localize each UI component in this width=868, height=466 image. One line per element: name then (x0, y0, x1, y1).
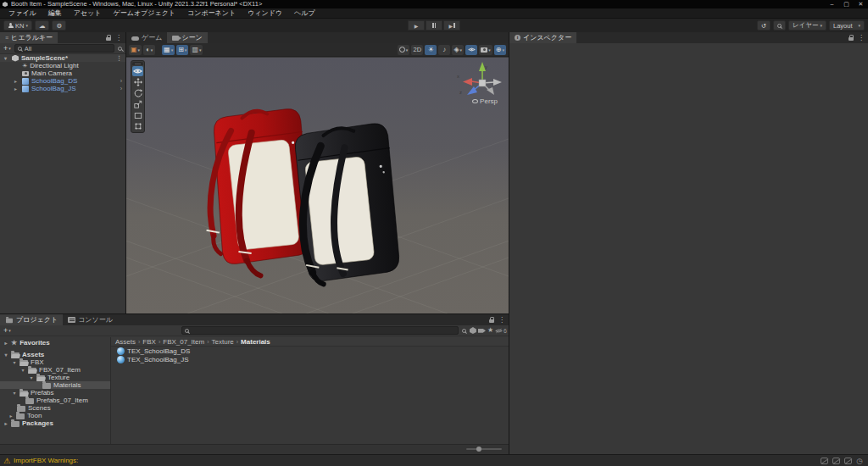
console-info-icon[interactable] (821, 458, 828, 464)
breadcrumb-fbx-07-item[interactable]: FBX_07_Item (163, 338, 204, 346)
hierarchy-item-main-camera[interactable]: Main Camera (0, 69, 125, 77)
tab-inspector[interactable]: i インスペクター (509, 32, 576, 43)
global-search-button[interactable] (773, 20, 786, 31)
console-warning-icon[interactable] (832, 458, 840, 464)
step-button[interactable]: ▶ (443, 20, 460, 31)
orientation-gizmo[interactable]: y x z (457, 62, 502, 95)
console-error-icon[interactable] (844, 458, 852, 464)
hierarchy-item-schoolbag-ds[interactable]: ▸ SchoolBag_DS › (0, 77, 125, 85)
layers-dropdown[interactable]: レイヤー ▾ (788, 20, 826, 31)
settings-button[interactable]: ⚙ (52, 20, 66, 31)
menu-help[interactable]: ヘルプ (288, 8, 321, 19)
tree-item-scenes[interactable]: Scenes (0, 404, 110, 412)
rotate-tool-button[interactable] (132, 88, 143, 98)
prefab-open-chevron[interactable]: › (120, 86, 125, 92)
view-tool-button[interactable] (132, 66, 143, 76)
close-button[interactable]: ✕ (854, 0, 868, 8)
create-asset-button[interactable]: +▾ (2, 326, 13, 335)
maximize-button[interactable]: ▢ (839, 0, 854, 8)
menu-component[interactable]: コンポーネント (181, 8, 242, 19)
snap-settings-toggle[interactable]: ⊞▾ (176, 45, 188, 55)
tab-hierarchy[interactable]: ≡ ヒエラルキー (0, 32, 58, 43)
scene-header-row[interactable]: ▾ SampleScene* ⋮ (0, 54, 125, 62)
tree-item-prefabs[interactable]: ▾Prefabs (0, 389, 110, 397)
lighting-toggle[interactable]: ☀ (425, 45, 437, 55)
breadcrumb-texture[interactable]: Texture (212, 338, 234, 346)
grid-visibility-toggle[interactable]: ▦▾ (162, 45, 175, 55)
tab-project[interactable]: プロジェクト (0, 314, 63, 325)
cloud-services-button[interactable]: ☁ (35, 20, 50, 31)
thumbnail-zoom-slider[interactable] (466, 448, 502, 450)
audio-toggle[interactable]: ♪ (438, 45, 450, 55)
tree-item-fbx-07-item[interactable]: ▾FBX_07_Item (0, 366, 110, 374)
schoolbag-js-black[interactable] (294, 123, 401, 286)
scene-camera-dropdown[interactable]: ▾ (479, 45, 492, 55)
expander-icon[interactable]: ▸ (14, 86, 17, 92)
tool-settings-dropdown[interactable]: ▥▾ (190, 45, 203, 55)
scene-visibility-toggle[interactable] (465, 45, 477, 55)
breadcrumb-materials[interactable]: Materials (241, 338, 270, 346)
kebab-menu-icon[interactable]: ⋮ (858, 35, 865, 42)
open-in-search-icon[interactable] (462, 329, 466, 333)
overlay-grip[interactable] (132, 62, 143, 65)
scene-viewport[interactable]: y x z (126, 58, 509, 313)
project-search-input[interactable] (192, 327, 455, 335)
2d-toggle[interactable]: 2D (411, 45, 423, 55)
pause-button[interactable] (426, 20, 442, 31)
transform-tool-button[interactable] (132, 121, 143, 131)
hidden-packages-toggle[interactable]: 6 (495, 328, 507, 334)
expander-icon[interactable]: ▸ (14, 78, 17, 84)
tree-item-assets[interactable]: ▾Assets (0, 351, 110, 358)
tab-console[interactable]: コンソール (63, 314, 118, 325)
search-filter-icon[interactable] (118, 47, 122, 51)
hierarchy-search-input[interactable] (25, 45, 111, 53)
status-message[interactable]: ImportFBX Warnings: (14, 457, 78, 464)
menu-file[interactable]: ファイル (3, 8, 42, 19)
package-icon[interactable] (470, 327, 476, 334)
scene-kebab-icon[interactable]: ⋮ (116, 55, 125, 62)
shading-dropdown[interactable]: ◐▾ (143, 45, 155, 55)
expander-icon[interactable]: ▾ (4, 55, 7, 61)
tree-item-fbx[interactable]: ▾FBX (0, 358, 110, 366)
scale-tool-button[interactable] (132, 99, 143, 109)
draw-mode-dropdown[interactable]: ▣▾ (129, 45, 142, 55)
projection-indicator[interactable]: Persp (472, 97, 498, 105)
gizmos-dropdown[interactable]: ⊕▾ (494, 45, 506, 55)
slider-knob[interactable] (476, 447, 481, 452)
kebab-menu-icon[interactable]: ⋮ (115, 35, 122, 42)
lock-icon[interactable] (489, 319, 494, 324)
rect-tool-button[interactable] (132, 110, 143, 120)
tab-scene[interactable]: シーン (167, 32, 207, 43)
hierarchy-item-directional-light[interactable]: ☀ Directional Light (0, 62, 125, 69)
lock-icon[interactable] (849, 37, 854, 42)
tree-item-favorites[interactable]: ▸★Favorites (0, 339, 110, 347)
lock-icon[interactable] (106, 37, 111, 42)
menu-edit[interactable]: 編集 (42, 8, 68, 19)
tab-game[interactable]: ゲーム (126, 32, 167, 43)
menu-assets[interactable]: アセット (68, 8, 108, 19)
menu-gameobject[interactable]: ゲームオブジェクト (108, 8, 182, 19)
effects-dropdown[interactable]: ◈▾ (452, 45, 464, 55)
asset-tex-schoolbag-js[interactable]: TEX_SchoolBag_JS (111, 356, 509, 363)
prefab-open-chevron[interactable]: › (120, 78, 125, 84)
tree-item-prefabs-07-item[interactable]: Prefabs_07_Item (0, 397, 110, 404)
tree-item-texture[interactable]: ▾Texture (0, 374, 110, 381)
undo-history-button[interactable]: ↺ (757, 20, 771, 31)
breadcrumb-assets[interactable]: Assets (115, 338, 136, 346)
favorite-search-icon[interactable]: ★ (487, 327, 493, 334)
asset-tex-schoolbag-ds[interactable]: TEX_SchoolBag_DS (111, 347, 509, 355)
tree-item-packages[interactable]: ▸Packages (0, 419, 110, 427)
tree-item-toon[interactable]: ▸Toon (0, 412, 110, 419)
menu-window[interactable]: ウィンドウ (242, 8, 288, 19)
kebab-menu-icon[interactable]: ⋮ (498, 317, 505, 324)
minimize-button[interactable]: – (825, 0, 839, 8)
account-dropdown[interactable]: KN ▾ (3, 20, 32, 31)
create-object-button[interactable]: +▾ (2, 44, 13, 53)
tree-item-materials[interactable]: Materials (0, 381, 110, 389)
background-activity-icon[interactable]: ◷ (856, 457, 863, 465)
layout-dropdown[interactable]: Layout ▾ (829, 20, 865, 31)
label-icon[interactable] (478, 328, 486, 334)
play-button[interactable]: ▶ (408, 20, 425, 31)
hierarchy-item-schoolbag-js[interactable]: ▸ SchoolBag_JS › (0, 85, 125, 92)
render-doc-dropdown[interactable]: ▾ (398, 45, 410, 55)
